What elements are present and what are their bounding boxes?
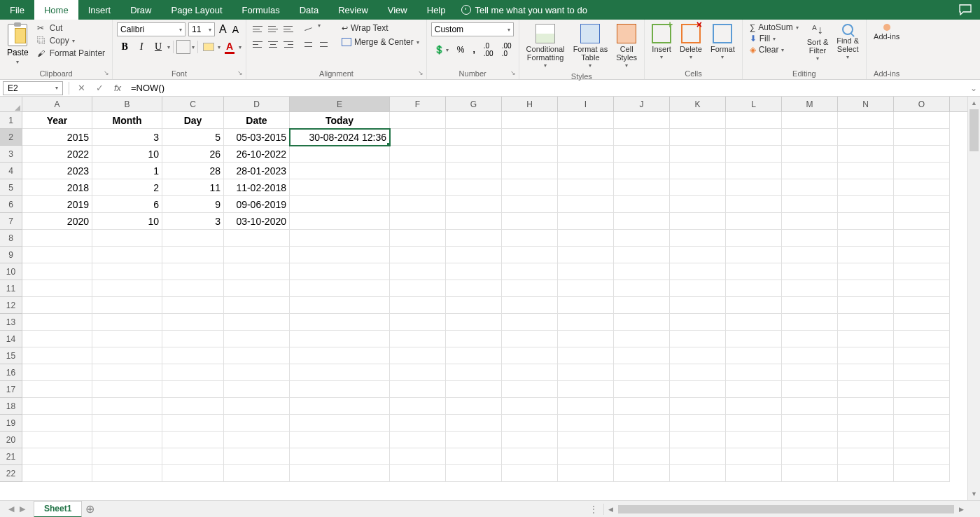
cell[interactable] (502, 331, 558, 347)
cell[interactable]: Today (290, 112, 390, 129)
cell[interactable] (290, 230, 390, 247)
cell[interactable] (558, 263, 614, 280)
cell[interactable] (446, 146, 502, 163)
row-header[interactable]: 10 (0, 263, 22, 280)
cell[interactable] (614, 381, 670, 398)
cell[interactable] (162, 364, 224, 381)
cell[interactable] (224, 247, 290, 263)
cell[interactable] (162, 297, 224, 314)
cell[interactable]: 2022 (22, 146, 92, 163)
cell[interactable] (894, 129, 950, 146)
cell[interactable] (224, 314, 290, 331)
cell[interactable] (670, 465, 726, 482)
cell[interactable] (670, 432, 726, 448)
grow-font-button[interactable]: A (218, 23, 228, 36)
cell[interactable]: 10 (92, 213, 162, 230)
cell[interactable] (446, 263, 502, 280)
cell[interactable] (22, 280, 92, 297)
cell[interactable] (446, 196, 502, 213)
cell[interactable] (390, 179, 446, 196)
cell[interactable]: 28-01-2023 (224, 163, 290, 179)
cell[interactable] (22, 331, 92, 347)
insert-function-button[interactable]: fx (108, 83, 127, 93)
insert-cells-button[interactable]: Insert▾ (649, 22, 674, 68)
cell[interactable] (614, 465, 670, 482)
cell[interactable] (782, 146, 838, 163)
cell[interactable] (670, 263, 726, 280)
cell[interactable] (390, 213, 446, 230)
cell[interactable] (92, 280, 162, 297)
cell[interactable]: 11-02-2018 (224, 179, 290, 196)
font-color-button[interactable]: A (222, 39, 237, 55)
cell[interactable] (894, 146, 950, 163)
cell[interactable] (162, 230, 224, 247)
cell[interactable] (614, 263, 670, 280)
scroll-thumb[interactable] (969, 109, 979, 151)
cell[interactable] (92, 448, 162, 465)
cell[interactable] (502, 146, 558, 163)
column-header[interactable]: I (558, 97, 614, 111)
cell[interactable] (614, 448, 670, 465)
cell[interactable] (502, 448, 558, 465)
cell[interactable] (726, 381, 782, 398)
cell[interactable] (838, 364, 894, 381)
autosum-button[interactable]: ∑AutoSum▾ (747, 22, 802, 32)
number-format-dropdown[interactable]: Custom▾ (431, 22, 514, 36)
cell[interactable] (670, 129, 726, 146)
cell[interactable] (92, 230, 162, 247)
cell[interactable] (726, 179, 782, 196)
row-header[interactable]: 18 (0, 398, 22, 415)
cell[interactable] (670, 163, 726, 179)
cell[interactable] (614, 415, 670, 432)
addins-button[interactable]: Add-ins (871, 22, 902, 68)
cell[interactable] (390, 146, 446, 163)
cell[interactable] (670, 297, 726, 314)
cell[interactable] (502, 129, 558, 146)
cell[interactable] (838, 297, 894, 314)
column-header[interactable]: E (290, 97, 390, 111)
cell[interactable]: 2019 (22, 196, 92, 213)
cell[interactable] (894, 314, 950, 331)
cell[interactable] (558, 448, 614, 465)
cell[interactable] (390, 163, 446, 179)
cell[interactable] (92, 398, 162, 415)
row-header[interactable]: 3 (0, 146, 22, 163)
cell[interactable] (838, 146, 894, 163)
cell[interactable] (290, 331, 390, 347)
cell[interactable] (558, 297, 614, 314)
format-cells-button[interactable]: Format▾ (708, 22, 738, 68)
cell[interactable] (558, 415, 614, 432)
cell[interactable] (614, 398, 670, 415)
cut-button[interactable]: Cut (34, 22, 108, 34)
scroll-left-button[interactable]: ◀ (604, 504, 617, 515)
cell[interactable] (502, 112, 558, 129)
cell[interactable]: 3 (92, 129, 162, 146)
row-header[interactable]: 17 (0, 381, 22, 398)
cell[interactable] (782, 213, 838, 230)
cell[interactable] (558, 432, 614, 448)
cell[interactable] (290, 364, 390, 381)
row-header[interactable]: 19 (0, 415, 22, 432)
cell[interactable] (782, 381, 838, 398)
cell[interactable] (726, 163, 782, 179)
cell[interactable] (670, 213, 726, 230)
cell[interactable] (894, 465, 950, 482)
cell[interactable] (224, 432, 290, 448)
cell[interactable] (446, 129, 502, 146)
cell[interactable] (782, 297, 838, 314)
cell[interactable] (390, 364, 446, 381)
cell[interactable]: 2020 (22, 213, 92, 230)
cell[interactable] (782, 280, 838, 297)
column-header[interactable]: C (162, 97, 224, 111)
cell[interactable] (290, 347, 390, 364)
cell[interactable] (894, 163, 950, 179)
cell[interactable] (390, 263, 446, 280)
cell[interactable]: 10 (92, 146, 162, 163)
borders-button[interactable] (176, 40, 190, 54)
tell-me-search[interactable]: Tell me what you want to do (461, 0, 587, 20)
tab-help[interactable]: Help (417, 0, 456, 20)
cell[interactable] (894, 247, 950, 263)
cell[interactable] (390, 415, 446, 432)
cell[interactable] (782, 448, 838, 465)
cell[interactable] (162, 247, 224, 263)
